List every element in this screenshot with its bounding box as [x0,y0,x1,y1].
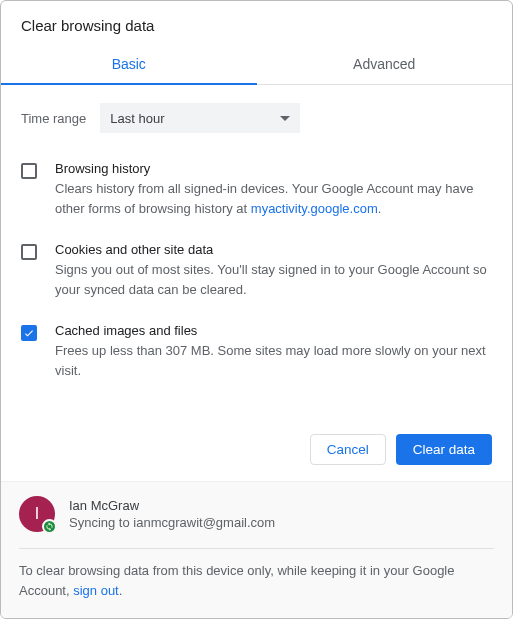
cancel-button[interactable]: Cancel [310,434,386,465]
tab-advanced[interactable]: Advanced [257,46,513,84]
footer-text: To clear browsing data from this device … [19,561,494,600]
dialog-footer: I Ian McGraw Syncing to ianmcgrawit@gmai… [1,481,512,618]
option-title: Cached images and files [55,323,492,338]
dialog-title: Clear browsing data [1,1,512,46]
link-myactivity[interactable]: myactivity.google.com [251,201,378,216]
option-title: Browsing history [55,161,492,176]
user-sync-status: Syncing to ianmcgrawit@gmail.com [69,515,275,530]
option-desc: Clears history from all signed-in device… [55,179,492,218]
check-icon [23,327,35,339]
option-desc: Frees up less than 307 MB. Some sites ma… [55,341,492,380]
checkbox-browsing-history[interactable] [21,163,37,179]
sync-badge-icon [42,519,57,534]
dialog-content: Time range Last hour Browsing history Cl… [1,85,512,422]
option-title: Cookies and other site data [55,242,492,257]
dialog-buttons: Cancel Clear data [1,422,512,481]
time-range-row: Time range Last hour [21,103,492,133]
user-info: Ian McGraw Syncing to ianmcgrawit@gmail.… [69,498,275,530]
user-name: Ian McGraw [69,498,275,513]
option-body: Browsing history Clears history from all… [55,161,492,218]
avatar-initial: I [35,505,39,523]
clear-browsing-data-dialog: Clear browsing data Basic Advanced Time … [1,1,512,618]
clear-data-button[interactable]: Clear data [396,434,492,465]
time-range-label: Time range [21,111,86,126]
avatar: I [19,496,55,532]
option-browsing-history: Browsing history Clears history from all… [21,161,492,218]
checkbox-cookies[interactable] [21,244,37,260]
time-range-select[interactable]: Last hour [100,103,300,133]
chevron-down-icon [280,116,290,121]
checkbox-cache[interactable] [21,325,37,341]
option-body: Cached images and files Frees up less th… [55,323,492,380]
divider [19,548,494,549]
time-range-value: Last hour [110,111,164,126]
option-desc: Signs you out of most sites. You'll stay… [55,260,492,299]
option-cache: Cached images and files Frees up less th… [21,323,492,380]
tabs: Basic Advanced [1,46,512,85]
tab-basic[interactable]: Basic [1,46,257,84]
option-body: Cookies and other site data Signs you ou… [55,242,492,299]
link-sign-out[interactable]: sign out [73,583,119,598]
option-cookies: Cookies and other site data Signs you ou… [21,242,492,299]
user-row: I Ian McGraw Syncing to ianmcgrawit@gmai… [19,496,494,532]
